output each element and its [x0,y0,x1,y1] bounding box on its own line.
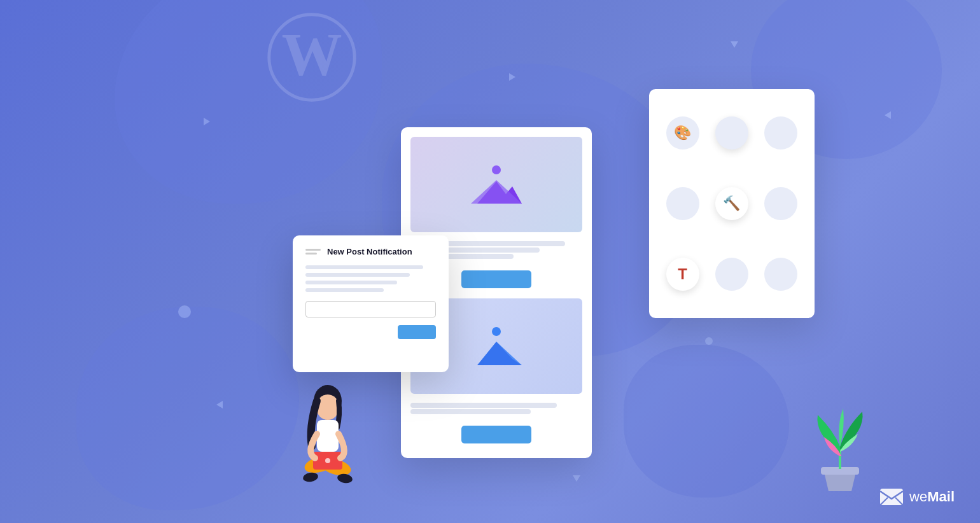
wemail-brand-text: weMail [909,489,955,505]
cards-scene: 🎨 🔨 T [369,89,815,471]
tool-circle-3 [764,116,797,150]
tool-circle-9 [764,258,797,291]
wordpress-logo: W [267,13,356,102]
arrow-deco-4 [216,401,223,408]
svg-rect-10 [317,420,339,452]
template-text-lines-bottom [410,401,582,415]
svg-marker-7 [477,342,522,365]
notif-lines-deco [305,249,321,255]
notification-card: New Post Notification [293,235,449,372]
template-btn-2[interactable] [461,426,531,443]
mountain-purple-icon [471,162,522,207]
notification-submit-button[interactable] [398,325,436,339]
svg-point-5 [492,327,501,336]
template-image-top [410,137,582,232]
wemail-we-text: we [909,489,927,505]
tool-circle-8 [715,258,748,291]
tool-circle-7: T [666,258,699,291]
dot-deco-3 [178,305,191,318]
svg-text:W: W [281,21,342,88]
person-illustration [274,377,382,504]
wemail-logo: weMail [880,489,955,505]
notification-body-lines [305,265,436,292]
tools-card: 🎨 🔨 T [649,89,815,318]
svg-point-2 [492,165,501,174]
notification-button-row [305,325,436,339]
template-btn-1[interactable] [461,270,531,288]
wemail-mail-text: Mail [927,489,955,505]
mountain-blue-icon [471,324,522,368]
arrow-deco-1 [204,118,210,125]
bg-blob-4 [76,307,299,510]
svg-rect-19 [880,489,903,505]
arrow-deco-5 [573,475,580,482]
svg-point-16 [325,458,330,463]
tool-circle-1: 🎨 [666,116,699,150]
plant-illustration [802,389,878,491]
wemail-envelope-icon [880,489,903,505]
arrow-deco-3 [885,111,891,119]
tool-circle-6 [764,187,797,220]
tool-circle-4 [666,187,699,220]
notification-title-row: New Post Notification [305,247,436,256]
svg-point-13 [302,471,319,483]
notification-title: New Post Notification [327,247,412,256]
arrow-deco-6 [731,41,738,48]
notification-input[interactable] [305,301,436,317]
tool-circle-5: 🔨 [715,187,748,220]
arrow-deco-2 [509,73,515,81]
tool-circle-2 [715,116,748,150]
